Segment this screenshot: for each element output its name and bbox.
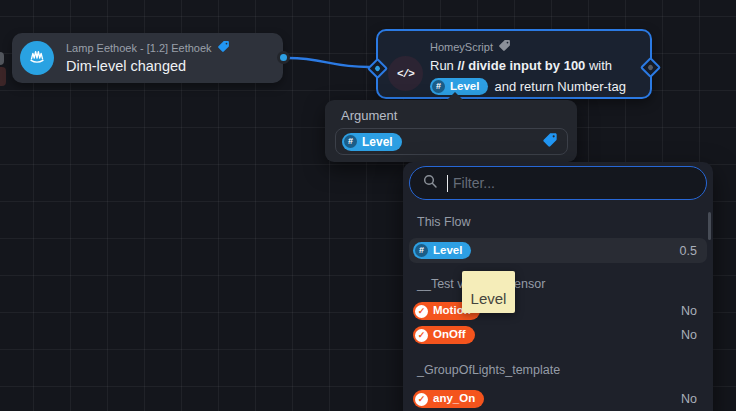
trigger-event-title: Dim-level changed: [66, 57, 230, 76]
tag-value: 0.5: [680, 244, 697, 258]
offscreen-card-fragment: [0, 52, 4, 65]
check-icon: ✓: [415, 305, 428, 318]
trigger-output-port[interactable]: [277, 51, 290, 64]
tag-icon: [498, 39, 511, 55]
argument-panel-caret: [446, 92, 464, 101]
script-output-port[interactable]: [640, 57, 661, 78]
check-icon: ✓: [415, 393, 428, 406]
scrollbar-thumb[interactable]: [708, 212, 711, 240]
chandelier-icon: [20, 41, 54, 75]
tag-value: No: [681, 392, 697, 406]
level-tag-pill: # Level: [413, 242, 471, 259]
onoff-tag-pill: ✓ OnOff: [413, 326, 475, 344]
tag-row-onoff[interactable]: ✓ OnOff No: [409, 324, 707, 346]
tag-value: No: [681, 304, 697, 318]
search-icon: [422, 173, 438, 193]
trigger-device-name: Lamp Eethoek - [1.2] Eethoek: [66, 42, 212, 55]
code-icon: </>: [388, 56, 423, 91]
argument-panel: Argument # Level: [325, 100, 577, 162]
check-icon: ✓: [415, 329, 428, 342]
script-input-port[interactable]: [367, 58, 388, 79]
argument-panel-title: Argument: [341, 108, 397, 123]
section-title-this-flow: This Flow: [417, 215, 470, 229]
text-cursor: [447, 175, 448, 192]
offscreen-card-fragment: [0, 67, 6, 86]
trigger-card[interactable]: Lamp Eethoek - [1.2] Eethoek Dim-level c…: [12, 33, 283, 83]
tag-filter-input[interactable]: [451, 174, 694, 192]
section-title-group-of-lights: _GroupOfLights_template: [417, 363, 560, 377]
tag-row-any-on[interactable]: ✓ any_On No: [409, 388, 707, 410]
script-code-text: // divide input by 100: [457, 58, 585, 73]
script-app-name: HomeyScript: [430, 41, 493, 54]
any-on-tag-pill: ✓ any_On: [413, 390, 484, 408]
number-tag-icon: #: [415, 244, 428, 257]
argument-input[interactable]: # Level: [335, 128, 568, 155]
tag-picker-dropdown: This Flow # Level 0.5 __Test v.Motion-se…: [403, 162, 713, 411]
level-tooltip: Level: [462, 271, 515, 313]
tag-value: No: [681, 328, 697, 342]
flow-canvas[interactable]: Lamp Eethoek - [1.2] Eethoek Dim-level c…: [0, 0, 736, 411]
argument-level-tag-pill[interactable]: # Level: [342, 133, 402, 151]
number-tag-icon: #: [432, 80, 445, 93]
script-action-line: Run // divide input by 100 with: [430, 57, 642, 74]
tag-row-motion[interactable]: ✓ Motion No: [409, 300, 707, 322]
tag-icon: [217, 40, 230, 56]
tag-filter-box[interactable]: [409, 166, 707, 200]
tag-row-level[interactable]: # Level 0.5: [409, 238, 707, 263]
number-tag-icon: #: [344, 135, 357, 148]
script-card[interactable]: </> HomeyScript Run // divide input by 1…: [376, 29, 652, 99]
insert-tag-button[interactable]: [542, 132, 558, 152]
